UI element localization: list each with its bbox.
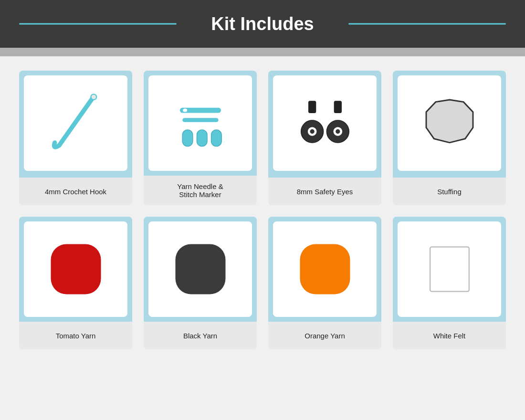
subheader-bar xyxy=(0,48,525,56)
yarn-needle-icon xyxy=(167,90,234,157)
card-image-area-stuffing xyxy=(393,71,506,178)
card-orange-yarn: Orange Yarn xyxy=(268,217,381,349)
card-image-inner-tomato xyxy=(24,221,127,317)
card-label-stuffing: Stuffing xyxy=(393,178,506,205)
page-title: Kit Includes xyxy=(211,14,314,34)
tomato-yarn-icon xyxy=(42,236,109,303)
card-label-crochet: 4mm Crochet Hook xyxy=(19,178,132,205)
stuffing-icon xyxy=(416,90,483,157)
svg-rect-5 xyxy=(182,130,193,146)
card-image-area-needle xyxy=(144,71,257,176)
card-label-eyes: 8mm Safety Eyes xyxy=(268,178,381,205)
card-image-area-eyes xyxy=(268,71,381,178)
orange-yarn-icon xyxy=(292,236,358,303)
card-image-area-tomato xyxy=(19,217,132,322)
svg-rect-9 xyxy=(334,101,341,113)
card-image-inner-felt xyxy=(398,221,501,317)
svg-rect-8 xyxy=(308,101,316,113)
card-label-orange: Orange Yarn xyxy=(268,322,381,349)
card-image-inner-stuffing xyxy=(398,75,501,171)
svg-rect-19 xyxy=(300,244,350,294)
card-safety-eyes: 8mm Safety Eyes xyxy=(268,71,381,205)
svg-rect-6 xyxy=(197,130,207,146)
main-content: 4mm Crochet Hook xyxy=(0,56,525,364)
card-yarn-needle: Yarn Needle &Stitch Marker xyxy=(144,71,257,205)
svg-point-4 xyxy=(182,108,188,113)
svg-point-12 xyxy=(310,129,314,134)
safety-eyes-icon xyxy=(292,90,358,157)
card-image-area-felt xyxy=(393,217,506,322)
card-image-inner-black xyxy=(148,221,252,317)
svg-rect-18 xyxy=(175,244,225,294)
white-felt-icon xyxy=(416,236,483,303)
items-grid: 4mm Crochet Hook xyxy=(19,71,506,349)
card-image-inner-needle xyxy=(148,75,252,171)
black-yarn-icon xyxy=(167,236,234,303)
svg-point-15 xyxy=(336,129,340,134)
svg-marker-16 xyxy=(426,100,473,143)
svg-point-1 xyxy=(91,94,96,100)
svg-rect-17 xyxy=(51,244,101,294)
header-line-right xyxy=(348,23,506,25)
card-image-inner-crochet xyxy=(24,75,127,171)
card-image-area-crochet xyxy=(19,71,132,178)
card-crochet-hook: 4mm Crochet Hook xyxy=(19,71,132,205)
svg-rect-20 xyxy=(430,247,469,291)
card-label-tomato: Tomato Yarn xyxy=(19,322,132,349)
crochet-hook-icon xyxy=(42,90,109,157)
header-line-left xyxy=(19,23,177,25)
card-label-felt: White Felt xyxy=(393,322,506,349)
card-image-inner-eyes xyxy=(273,75,377,171)
card-white-felt: White Felt xyxy=(393,217,506,349)
card-image-area-black xyxy=(144,217,257,322)
card-label-needle: Yarn Needle &Stitch Marker xyxy=(144,176,257,205)
svg-rect-7 xyxy=(211,130,221,146)
card-tomato-yarn: Tomato Yarn xyxy=(19,217,132,349)
card-black-yarn: Black Yarn xyxy=(144,217,257,349)
card-stuffing: Stuffing xyxy=(393,71,506,205)
card-image-area-orange xyxy=(268,217,381,322)
header: Kit Includes xyxy=(0,0,525,48)
card-image-inner-orange xyxy=(273,221,377,317)
svg-rect-3 xyxy=(182,118,218,122)
card-label-black: Black Yarn xyxy=(144,322,257,349)
svg-line-0 xyxy=(59,98,93,146)
